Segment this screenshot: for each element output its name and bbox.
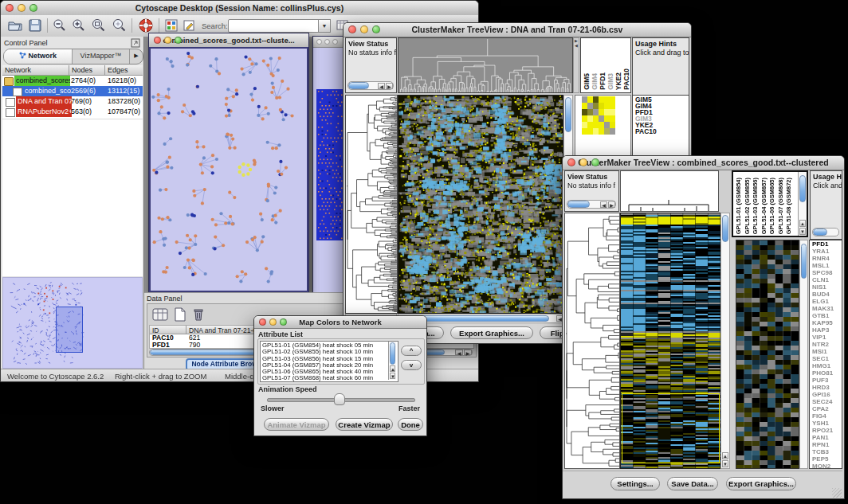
col-edges[interactable]: Edges xyxy=(105,65,143,76)
tv2-gene-label[interactable]: BUD4 xyxy=(812,291,842,298)
open-file-icon[interactable] xyxy=(7,18,23,33)
zoom-out-icon[interactable] xyxy=(52,18,68,33)
network-name[interactable]: combined_scores xyxy=(14,76,70,86)
tv1-splitter[interactable]: ▶◀ xyxy=(573,37,579,93)
tv1-col-dendrogram[interactable] xyxy=(398,37,573,93)
tv2-selection-rect[interactable] xyxy=(622,393,720,463)
scroll-up-button[interactable]: ▲ xyxy=(722,452,728,459)
tv1-zoom-heatmap[interactable] xyxy=(582,96,615,135)
network-table-row[interactable]: DNA and Tran 07769(0)183728(0) xyxy=(2,96,143,107)
close-button[interactable] xyxy=(567,158,575,166)
scroll-right-button[interactable]: ▶ xyxy=(464,350,472,355)
save-icon[interactable] xyxy=(28,18,42,33)
tv2-gene-label[interactable]: HRD3 xyxy=(812,384,842,391)
tv2-gene-label[interactable]: CLN1 xyxy=(812,276,842,283)
tv2-column-label[interactable]: GPL51-02 (GSM855) xyxy=(744,178,751,234)
tv2-gene-label[interactable]: YRA1 xyxy=(812,248,842,255)
tv2-column-label[interactable]: GPL51-03 (GSM856) xyxy=(752,178,759,234)
close-button[interactable] xyxy=(316,39,322,45)
tv1-status-scrollbar[interactable]: ◀ ▶ xyxy=(347,81,394,90)
tv2-gene-label[interactable]: VIP1 xyxy=(812,334,842,341)
scroll-up-button[interactable]: ▲ xyxy=(390,365,395,372)
scroll-down-button[interactable]: ▼ xyxy=(722,460,728,467)
tv1-column-label[interactable]: GIM4 xyxy=(591,73,599,90)
tv2-export-graphics-button[interactable]: Export Graphics... xyxy=(726,477,796,490)
tv2-gene-label[interactable]: HMG1 xyxy=(812,362,842,369)
select-attributes-icon[interactable] xyxy=(151,307,169,322)
network-name[interactable]: DNA and Tran 07 xyxy=(16,96,72,107)
tv2-gene-label[interactable]: GTB1 xyxy=(812,312,842,319)
tv2-gene-label[interactable]: ELG1 xyxy=(812,298,842,305)
network-table-row[interactable]: RNAPuberNov2+563(0)107847(0) xyxy=(2,107,143,117)
minimize-button[interactable] xyxy=(579,158,587,166)
tv2-column-label[interactable]: GPL51-07 (GSM868) xyxy=(777,178,784,234)
net1-canvas[interactable] xyxy=(151,49,305,289)
scroll-left-button[interactable]: ◀ xyxy=(378,83,385,89)
tv2-gene-label[interactable]: YSH1 xyxy=(812,420,842,427)
done-button[interactable]: Done xyxy=(398,418,423,431)
tv2-gene-label[interactable]: CPA2 xyxy=(812,405,842,412)
tv2-gene-label[interactable]: PFD1 xyxy=(812,240,842,248)
zoom-fit-icon[interactable] xyxy=(111,18,128,33)
minimize-button[interactable] xyxy=(324,39,330,45)
tv1-export-graphics-button[interactable]: Export Graphics... xyxy=(450,326,533,339)
close-button[interactable] xyxy=(6,4,14,12)
tv2-collabels-vscrollbar[interactable]: ▲ ▼ xyxy=(798,172,807,236)
tv1-column-label[interactable]: YKE2 xyxy=(614,72,622,90)
minimize-button[interactable] xyxy=(360,25,368,33)
network-window-titlebar[interactable]: combined_scores_good.txt--cluste... xyxy=(149,33,308,48)
tv2-settings-button[interactable]: Settings... xyxy=(610,477,660,490)
tv2-column-label[interactable]: GPL51-08 (GSM872) xyxy=(785,178,792,234)
tv2-gene-label[interactable]: SEC24 xyxy=(812,398,842,405)
tv2-gene-label[interactable]: GPI16 xyxy=(812,391,842,398)
annotation-icon[interactable] xyxy=(183,18,197,33)
scroll-up-button[interactable]: ▲ xyxy=(799,220,806,227)
tv1-row-dendrogram[interactable] xyxy=(345,95,398,314)
network-table-row[interactable]: combined_scores2764(0)16218(0) xyxy=(2,76,143,86)
close-button[interactable] xyxy=(259,318,266,326)
tv2-col-dendrogram[interactable] xyxy=(620,170,719,212)
minimize-button[interactable] xyxy=(269,318,277,326)
network-name[interactable]: RNAPuberNov2+ xyxy=(16,107,72,117)
tv2-column-label[interactable]: GPL51-04 (GSM857) xyxy=(760,178,768,234)
attribute-list-scrollbar[interactable]: ▲ ▼ xyxy=(388,342,396,380)
tv2-gene-label[interactable]: PAN1 xyxy=(812,434,842,441)
tv2-gene-label[interactable]: SPC98 xyxy=(812,269,842,276)
search-input[interactable] xyxy=(228,19,320,33)
tv2-gene-label[interactable]: FIG4 xyxy=(812,412,842,420)
tv2-gene-vscrollbar[interactable] xyxy=(799,240,808,469)
scroll-left-button[interactable]: ◀ xyxy=(455,350,463,355)
tv2-gene-label[interactable]: MAK31 xyxy=(812,305,842,312)
search-dropdown-button[interactable]: ▼ xyxy=(318,19,331,33)
tv1-column-label[interactable]: PFD1 xyxy=(599,72,607,90)
tv2-gene-label[interactable]: RPN1 xyxy=(812,441,842,448)
tv1-column-label[interactable]: GIM3 xyxy=(607,73,614,90)
tv2-gene-label[interactable]: SEC1 xyxy=(812,355,842,362)
delete-attribute-icon[interactable] xyxy=(191,307,206,322)
tv2-titlebar[interactable]: ClusterMaker TreeView : combined_scores_… xyxy=(563,156,844,170)
help-lifering-icon[interactable] xyxy=(138,18,154,33)
float-panel-icon[interactable] xyxy=(131,38,140,48)
col-network[interactable]: Network xyxy=(2,65,69,76)
tv2-gene-label[interactable]: RNR4 xyxy=(812,255,842,262)
tab-vizmapper[interactable]: VizMapper™ xyxy=(73,49,129,64)
tv2-gene-label[interactable]: PEP5 xyxy=(812,455,842,463)
zoom-button[interactable] xyxy=(280,318,287,326)
attribute-listbox[interactable]: GPL51-01 (GSM854) heat shock 05 minGPL51… xyxy=(260,341,398,382)
tv2-gene-label[interactable]: MSI1 xyxy=(812,348,842,355)
anim-slider-thumb[interactable] xyxy=(334,393,345,405)
tv1-heatmap[interactable] xyxy=(398,95,563,314)
scroll-left-button[interactable]: ◀ xyxy=(600,201,607,208)
zoom-button[interactable] xyxy=(372,25,380,33)
net2-canvas[interactable] xyxy=(316,89,345,240)
tv2-gene-label[interactable]: PUF3 xyxy=(812,377,842,384)
tab-overflow-arrow[interactable]: ▶ xyxy=(129,49,143,64)
tab-network[interactable]: Network xyxy=(4,49,73,64)
scroll-right-button[interactable]: ▶ xyxy=(608,201,615,208)
tv2-vscrollbar[interactable]: ▲ ▼ xyxy=(720,213,730,469)
overview-viewport-rect[interactable] xyxy=(56,307,83,353)
tv2-gene-label[interactable]: RPO21 xyxy=(812,427,842,434)
close-button[interactable] xyxy=(154,37,161,44)
tv2-gene-label[interactable]: NIS1 xyxy=(812,283,842,291)
tv2-gene-label[interactable]: NTR2 xyxy=(812,341,842,348)
